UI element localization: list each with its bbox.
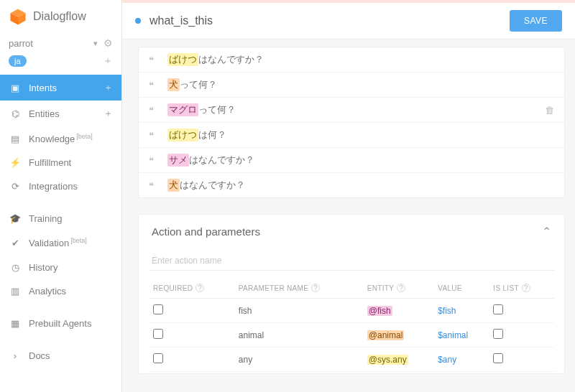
sidebar-item-label: Fulfillment bbox=[29, 157, 113, 168]
sidebar-item-validation[interactable]: ✔Validation[beta] bbox=[0, 230, 121, 255]
param-value-cell[interactable]: $any bbox=[433, 347, 489, 372]
sidebar-item-integrations[interactable]: ⟳Integrations bbox=[0, 174, 121, 198]
main-panel: what_is_this SAVE ❝ばけつはなんですか？🗑❝犬って何？🗑❝マグ… bbox=[122, 0, 575, 392]
entity-highlight[interactable]: 犬 bbox=[167, 78, 180, 91]
agent-name: parrot bbox=[9, 38, 91, 49]
training-phrases-list: ❝ばけつはなんですか？🗑❝犬って何？🗑❝マグロって何？🗑❝ばけつは何？🗑❝サメは… bbox=[138, 47, 565, 198]
param-value-cell[interactable]: $animal bbox=[433, 323, 489, 347]
entity-highlight[interactable]: マグロ bbox=[167, 103, 198, 116]
entity-chip[interactable]: @sys.any bbox=[367, 355, 408, 365]
help-icon[interactable]: ? bbox=[397, 284, 405, 292]
training-phrase-text[interactable]: 犬って何？ bbox=[167, 78, 554, 91]
sidebar-item-prebuilt-agents[interactable]: ▦Prebuilt Agents bbox=[0, 312, 121, 335]
training-phrase-row[interactable]: ❝マグロって何？🗑 bbox=[139, 97, 564, 122]
training-phrase-text[interactable]: ばけつは何？ bbox=[167, 129, 554, 141]
training-phrase-text[interactable]: ばけつはなんですか？ bbox=[167, 53, 554, 66]
col-value: VALUE bbox=[433, 278, 489, 299]
sidebar-item-training[interactable]: 🎓Training bbox=[0, 207, 121, 230]
brand-label: Dialogflow bbox=[33, 10, 86, 23]
analytics-icon: ▥ bbox=[9, 286, 22, 297]
sidebar-item-intents[interactable]: ▣Intents＋ bbox=[0, 75, 121, 101]
intent-header: what_is_this SAVE bbox=[122, 3, 575, 39]
history-icon: ◷ bbox=[9, 262, 22, 273]
sidebar-item-knowledge[interactable]: ▤Knowledge[beta] bbox=[0, 126, 121, 151]
parameter-row: any@sys.any$any bbox=[149, 347, 554, 372]
entity-highlight[interactable]: サメ bbox=[167, 154, 189, 167]
required-checkbox[interactable] bbox=[153, 304, 163, 314]
gear-icon[interactable]: ⚙ bbox=[104, 37, 113, 49]
intent-body: ❝ばけつはなんですか？🗑❝犬って何？🗑❝マグロって何？🗑❝ばけつは何？🗑❝サメは… bbox=[122, 39, 575, 392]
required-cell bbox=[149, 323, 234, 347]
intent-title: what_is_this bbox=[150, 14, 213, 27]
parameters-table: REQUIRED? PARAMETER NAME? ENTITY? VALUE … bbox=[149, 278, 554, 372]
quote-icon: ❝ bbox=[149, 80, 160, 90]
training-phrase-text[interactable]: マグロって何？ bbox=[167, 103, 538, 116]
help-icon[interactable]: ? bbox=[311, 284, 320, 292]
logo-row: Dialogflow bbox=[0, 0, 121, 33]
training-phrase-text[interactable]: 犬はなんですか？ bbox=[167, 179, 554, 192]
add-icon[interactable]: ＋ bbox=[104, 107, 113, 120]
param-name-cell[interactable]: fish bbox=[234, 299, 363, 323]
sidebar-item-docs[interactable]: ›Docs bbox=[0, 344, 121, 368]
entity-highlight[interactable]: ばけつ bbox=[167, 53, 198, 66]
help-icon[interactable]: ? bbox=[522, 284, 530, 292]
param-entity-cell[interactable]: @fish bbox=[363, 299, 433, 323]
required-cell bbox=[149, 299, 234, 323]
agent-selector[interactable]: parrot ▾ ⚙ bbox=[0, 33, 121, 55]
col-entity: ENTITY? bbox=[363, 278, 433, 299]
entity-highlight[interactable]: ばけつ bbox=[167, 129, 198, 141]
training-phrase-row[interactable]: ❝犬はなんですか？🗑 bbox=[139, 172, 564, 197]
param-entity-cell[interactable]: @sys.any bbox=[363, 347, 433, 372]
help-icon[interactable]: ? bbox=[196, 284, 204, 292]
islist-checkbox[interactable] bbox=[493, 304, 503, 314]
training-icon: 🎓 bbox=[9, 213, 22, 224]
param-entity-cell[interactable]: @animal bbox=[363, 323, 433, 347]
training-phrase-row[interactable]: ❝犬って何？🗑 bbox=[139, 72, 564, 97]
sidebar-item-label: Prebuilt Agents bbox=[29, 318, 113, 329]
add-icon[interactable]: ＋ bbox=[104, 81, 113, 94]
entities-icon: ⌬ bbox=[9, 108, 22, 119]
sidebar-item-label: Docs bbox=[29, 350, 113, 361]
intents-icon: ▣ bbox=[9, 83, 22, 93]
sidebar-item-entities[interactable]: ⌬Entities＋ bbox=[0, 101, 121, 126]
sidebar-item-label: Integrations bbox=[29, 181, 113, 192]
islist-checkbox[interactable] bbox=[493, 353, 503, 363]
language-pill[interactable]: ja bbox=[9, 55, 27, 67]
status-dot bbox=[135, 18, 141, 24]
language-row: ja ＋ bbox=[0, 55, 121, 75]
sidebar-item-history[interactable]: ◷History bbox=[0, 256, 121, 279]
parameter-row: fish@fish$fish bbox=[149, 299, 554, 323]
quote-icon: ❝ bbox=[149, 105, 160, 116]
sidebar-item-label: Training bbox=[29, 213, 113, 224]
sidebar-item-fulfillment[interactable]: ⚡Fulfillment bbox=[0, 151, 121, 174]
section-title: Action and parameters bbox=[152, 225, 260, 238]
param-value-cell[interactable]: $fish bbox=[433, 299, 489, 323]
islist-checkbox[interactable] bbox=[493, 329, 503, 339]
sidebar-item-analytics[interactable]: ▥Analytics bbox=[0, 279, 121, 303]
entity-highlight[interactable]: 犬 bbox=[167, 179, 180, 192]
delete-icon[interactable]: 🗑 bbox=[545, 105, 554, 116]
action-name-input[interactable] bbox=[149, 251, 554, 271]
add-language-button[interactable]: ＋ bbox=[103, 55, 113, 67]
training-phrase-row[interactable]: ❝ばけつはなんですか？🗑 bbox=[139, 47, 564, 72]
entity-chip[interactable]: @animal bbox=[367, 330, 405, 340]
collapse-icon[interactable]: ⌃ bbox=[542, 225, 551, 238]
knowledge-icon: ▤ bbox=[9, 134, 22, 144]
section-header[interactable]: Action and parameters ⌃ bbox=[139, 215, 564, 246]
param-name-cell[interactable]: animal bbox=[234, 323, 363, 347]
training-phrase-text[interactable]: サメはなんですか？ bbox=[167, 154, 554, 167]
training-phrase-row[interactable]: ❝サメはなんですか？🗑 bbox=[139, 147, 564, 172]
required-checkbox[interactable] bbox=[153, 329, 163, 339]
sidebar-item-label: Analytics bbox=[29, 286, 113, 297]
prebuilt-icon: ▦ bbox=[9, 318, 22, 329]
parameters-header-row: REQUIRED? PARAMETER NAME? ENTITY? VALUE … bbox=[149, 278, 554, 299]
entity-chip[interactable]: @fish bbox=[367, 306, 392, 316]
col-required: REQUIRED? bbox=[149, 278, 234, 299]
param-name-cell[interactable]: any bbox=[234, 347, 363, 372]
save-button[interactable]: SAVE bbox=[510, 10, 562, 32]
required-checkbox[interactable] bbox=[153, 353, 163, 363]
sidebar-item-label: Validation[beta] bbox=[29, 237, 113, 248]
parameter-row: animal@animal$animal bbox=[149, 323, 554, 347]
sidebar: Dialogflow parrot ▾ ⚙ ja ＋ ▣Intents＋⌬Ent… bbox=[0, 0, 122, 392]
training-phrase-row[interactable]: ❝ばけつは何？🗑 bbox=[139, 122, 564, 147]
